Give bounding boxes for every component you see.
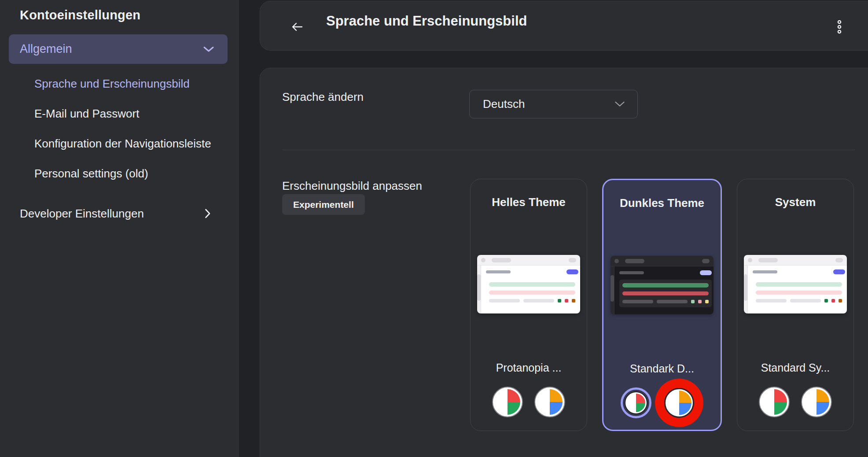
palette-swatch-pie — [625, 391, 647, 414]
sidebar-item-email-und-passwort[interactable]: E-Mail und Passwort — [0, 99, 238, 129]
theme-card-dunkles-theme[interactable]: Dunkles Theme Standark D... — [602, 179, 722, 431]
chevron-down-icon — [614, 101, 625, 107]
arrow-left-icon — [291, 22, 303, 32]
chevron-down-icon — [203, 46, 214, 52]
sidebar-item-personal-settings-old[interactable]: Personal settings (old) — [0, 158, 238, 188]
sidebar-item-label: Personal settings (old) — [34, 167, 148, 181]
theme-card-system[interactable]: System Standard Sy... — [737, 179, 854, 431]
palette-swatch-red-green-selected[interactable] — [621, 387, 651, 418]
language-label: Sprache ändern — [282, 90, 364, 104]
theme-variant-label: Standark D... — [603, 362, 721, 375]
palette-swatch-red-green[interactable] — [759, 387, 790, 417]
theme-preview-dark — [611, 256, 714, 314]
sidebar-item-label: Developer Einstellungen — [20, 207, 144, 221]
theme-card-title: System — [737, 195, 853, 209]
sidebar-group-allgemein[interactable]: Allgemein — [9, 34, 228, 64]
sidebar-title: Kontoeinstellungen — [20, 8, 140, 22]
preview-sidebar — [744, 265, 748, 313]
preview-topbar — [744, 255, 847, 265]
sidebar-item-label: E-Mail und Passwort — [34, 107, 139, 121]
language-select[interactable]: Deutsch — [469, 90, 638, 118]
appearance-label: Erscheinungsbild anpassen — [282, 179, 422, 193]
chevron-right-icon — [205, 208, 211, 219]
palette-swatches — [603, 379, 721, 427]
page-title: Sprache und Erscheinungsbild — [326, 13, 527, 29]
language-select-value: Deutsch — [483, 97, 525, 111]
palette-swatches — [471, 378, 587, 426]
palette-swatches — [737, 378, 853, 426]
theme-card-helles-theme[interactable]: Helles Theme Protanopia ... — [470, 179, 587, 431]
theme-preview-light — [477, 255, 580, 313]
section-divider — [282, 150, 855, 150]
sidebar-submenu: Sprache und Erscheinungsbild E-Mail und … — [0, 69, 238, 188]
settings-sidebar: Kontoeinstellungen Allgemein Sprache und… — [0, 0, 239, 457]
sidebar-group-label: Allgemein — [20, 42, 72, 56]
theme-variant-label: Standard Sy... — [737, 361, 853, 374]
palette-swatch-orange-blue[interactable] — [534, 387, 565, 417]
palette-swatch-red-green[interactable] — [492, 387, 523, 417]
preview-topbar — [477, 255, 580, 265]
settings-content: Sprache ändern Deutsch Erscheinungsbild … — [260, 68, 868, 457]
theme-preview-light — [744, 255, 847, 313]
palette-swatch-orange-blue[interactable] — [664, 388, 694, 418]
page-header: Sprache und Erscheinungsbild — [260, 1, 868, 51]
palette-swatch-orange-blue[interactable] — [801, 387, 832, 417]
preview-sidebar — [477, 265, 481, 313]
theme-variant-label: Protanopia ... — [471, 361, 587, 374]
annotation-highlight-ring — [655, 379, 703, 427]
kebab-menu-icon — [836, 19, 842, 34]
preview-sidebar — [611, 266, 614, 314]
theme-options-row: Helles Theme Protanopia ... — [470, 179, 854, 431]
sidebar-item-sprache-und-erscheinungsbild[interactable]: Sprache und Erscheinungsbild — [0, 69, 238, 99]
settings-page: { "colors": { "accent": "#9b9cf3", "acti… — [0, 0, 868, 457]
sidebar-item-label: Sprache und Erscheinungsbild — [34, 77, 190, 91]
theme-card-title: Helles Theme — [471, 195, 587, 209]
sidebar-item-developer-einstellungen[interactable]: Developer Einstellungen — [0, 199, 238, 228]
sidebar-item-label: Konfiguration der Navigationsleiste — [34, 137, 211, 151]
preview-topbar — [611, 256, 714, 266]
more-options-button[interactable] — [830, 15, 849, 38]
theme-card-title: Dunkles Theme — [603, 196, 721, 210]
sidebar-item-navigationsleiste[interactable]: Konfiguration der Navigationsleiste — [0, 129, 238, 158]
back-button[interactable] — [287, 17, 307, 37]
experimental-badge: Experimentell — [282, 194, 365, 215]
